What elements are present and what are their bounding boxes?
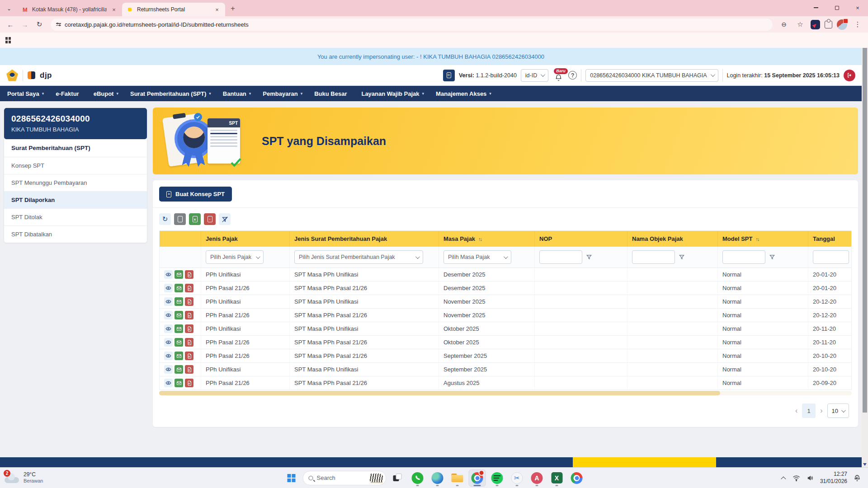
- filter-jenis-surat-select[interactable]: Pilih Jenis Surat Pemberitahuan Pajak: [294, 250, 423, 264]
- pdf-button[interactable]: [185, 311, 193, 319]
- sidebar-item[interactable]: SPT Menunggu Pembayaran: [4, 174, 147, 191]
- sidebar-item[interactable]: SPT Ditolak: [4, 208, 147, 225]
- start-button[interactable]: [283, 469, 300, 487]
- view-button[interactable]: [164, 270, 173, 279]
- email-button[interactable]: [175, 324, 183, 333]
- logout-button[interactable]: [844, 70, 855, 81]
- profile-avatar[interactable]: [837, 19, 847, 30]
- email-button[interactable]: [175, 352, 183, 360]
- export-csv-button[interactable]: [174, 213, 186, 225]
- zoom-icon[interactable]: ⊖: [778, 19, 790, 30]
- scrollbar-thumb[interactable]: [159, 391, 720, 395]
- email-button[interactable]: [175, 270, 183, 279]
- scrollbar-thumb[interactable]: [863, 48, 867, 413]
- prev-page-button[interactable]: ‹: [795, 407, 797, 415]
- column-header[interactable]: Jenis Surat Pemberitahuan Pajak: [290, 231, 439, 247]
- tab-close-icon[interactable]: ×: [110, 6, 118, 13]
- sidebar-item[interactable]: Konsep SPT: [4, 157, 147, 174]
- email-button[interactable]: [175, 284, 183, 292]
- view-button[interactable]: [164, 311, 173, 319]
- nav-item[interactable]: Layanan Wajib Pajak ▾: [361, 90, 424, 97]
- filter-jenis-pajak-select[interactable]: Pilih Jenis Pajak: [206, 250, 264, 264]
- pdf-button[interactable]: [185, 297, 193, 306]
- email-button[interactable]: [175, 297, 183, 306]
- whatsapp-app[interactable]: [409, 469, 426, 487]
- spotify-app[interactable]: [489, 469, 506, 487]
- page-1-button[interactable]: 1: [802, 404, 816, 418]
- tray-chevron-icon[interactable]: [781, 476, 786, 481]
- create-spt-button[interactable]: + Buat Konsep SPT: [159, 187, 232, 202]
- copy-version-button[interactable]: [443, 70, 455, 81]
- pdf-button[interactable]: [185, 284, 193, 292]
- filter-model-spt-input[interactable]: [722, 250, 765, 264]
- view-button[interactable]: [164, 338, 173, 347]
- edge-app[interactable]: [429, 469, 446, 487]
- task-view-button[interactable]: [389, 469, 406, 487]
- pdf-button[interactable]: [185, 270, 193, 279]
- nop-funnel-button[interactable]: [586, 254, 592, 260]
- table-horizontal-scrollbar[interactable]: [159, 391, 852, 395]
- email-button[interactable]: [175, 379, 183, 387]
- snipping-tool-app[interactable]: ✂: [509, 469, 526, 487]
- view-button[interactable]: [164, 379, 173, 387]
- pdf-button[interactable]: [185, 338, 193, 347]
- email-button[interactable]: [175, 365, 183, 374]
- filter-tanggal-input[interactable]: [813, 250, 849, 264]
- clear-filter-button[interactable]: [219, 213, 231, 225]
- url-bar[interactable]: coretaxdjp.pajak.go.id/returnsheets-port…: [51, 19, 773, 31]
- sort-icon[interactable]: ↑↓: [755, 236, 759, 242]
- extensions-puzzle-icon[interactable]: [825, 21, 832, 28]
- tab-returnsheets[interactable]: Returnsheets Portal ×: [122, 3, 225, 16]
- window-maximize-button[interactable]: [826, 0, 847, 15]
- url-text[interactable]: coretaxdjp.pajak.go.id/returnsheets-port…: [65, 21, 249, 28]
- back-button[interactable]: ←: [5, 19, 16, 30]
- nav-item[interactable]: eBupot ▾: [94, 90, 118, 97]
- page-size-select[interactable]: 10: [827, 404, 849, 418]
- excel-app[interactable]: X: [548, 469, 566, 487]
- reload-button[interactable]: ↻: [33, 19, 45, 30]
- filter-nama-objek-input[interactable]: [632, 250, 675, 264]
- window-close-button[interactable]: ×: [847, 0, 868, 15]
- nav-item[interactable]: Portal Saya ▾: [7, 90, 44, 97]
- wifi-icon[interactable]: [793, 475, 800, 481]
- sort-icon[interactable]: ↑↓: [478, 236, 481, 242]
- column-header[interactable]: Masa Pajak↑↓: [439, 231, 535, 247]
- nav-item[interactable]: Manajemen Akses ▾: [436, 90, 491, 97]
- column-header[interactable]: Jenis Pajak: [201, 231, 290, 247]
- view-button[interactable]: [164, 352, 173, 360]
- notifications-bell[interactable]: Baru: [552, 69, 564, 82]
- email-button[interactable]: [175, 338, 183, 347]
- chrome-secondary-app[interactable]: [568, 469, 585, 487]
- nav-item[interactable]: Bantuan ▾: [223, 90, 251, 97]
- pdf-button[interactable]: [185, 365, 193, 374]
- next-page-button[interactable]: ›: [820, 407, 822, 415]
- locale-select[interactable]: id-ID: [521, 69, 548, 82]
- notification-bell-icon[interactable]: [854, 474, 861, 482]
- browser-menu-icon[interactable]: ⋮: [852, 19, 863, 30]
- column-header[interactable]: Tanggal: [808, 231, 852, 247]
- view-button[interactable]: [164, 324, 173, 333]
- nav-item[interactable]: e-Faktur: [56, 90, 81, 97]
- column-header[interactable]: Model SPT↑↓: [718, 231, 808, 247]
- apps-grid-icon[interactable]: [5, 37, 11, 43]
- clock[interactable]: 12:27 31/01/2026: [820, 471, 847, 485]
- page-vertical-scrollbar[interactable]: [862, 48, 868, 467]
- column-header[interactable]: NOP: [535, 231, 627, 247]
- filter-masa-pajak-select[interactable]: Pilih Masa Pajak: [443, 250, 511, 264]
- pdf-button[interactable]: [185, 352, 193, 360]
- window-minimize-button[interactable]: [806, 0, 826, 15]
- model-spt-funnel-button[interactable]: [769, 254, 775, 260]
- column-header[interactable]: Nama Objek Pajak: [627, 231, 718, 247]
- extension-icon[interactable]: [811, 20, 820, 29]
- forward-button[interactable]: →: [19, 19, 31, 30]
- view-button[interactable]: [164, 284, 173, 292]
- sidebar-item[interactable]: SPT Dilaporkan: [4, 191, 147, 208]
- filter-nop-input[interactable]: [539, 250, 582, 264]
- sidebar-item[interactable]: SPT Dibatalkan: [4, 225, 147, 243]
- export-pdf-button[interactable]: ▫: [204, 213, 216, 225]
- taskbar-search[interactable]: Search: [303, 471, 387, 485]
- weather-widget[interactable]: 2 29°C Berawan: [5, 471, 95, 484]
- site-settings-icon[interactable]: [56, 23, 61, 26]
- email-button[interactable]: [175, 311, 183, 319]
- view-button[interactable]: [164, 365, 173, 374]
